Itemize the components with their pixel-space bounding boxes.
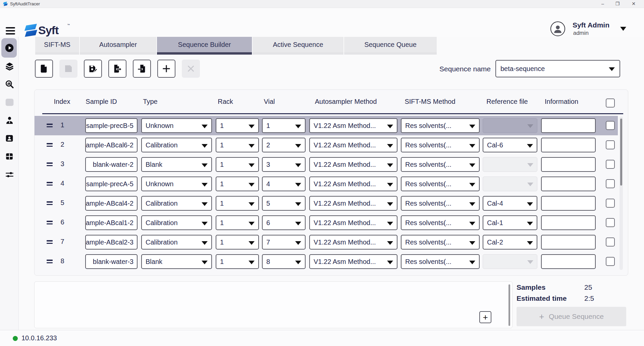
tab-sequence-queue[interactable]: Sequence Queue [344,37,437,55]
row-checkbox[interactable] [606,160,615,169]
drag-handle-icon[interactable] [47,143,53,147]
type-select[interactable]: Calibration [141,138,212,152]
rack-select[interactable]: 1 [216,177,259,191]
row-checkbox[interactable] [606,257,615,266]
siftms-method-select[interactable]: Res solvents(... [401,254,480,269]
sidebar-item-run[interactable] [0,39,19,57]
siftms-method-select[interactable]: Res solvents(... [401,157,480,172]
siftms-method-select[interactable]: Res solvents(... [401,196,480,211]
scrollbar-thumb[interactable] [620,119,622,186]
window-close-button[interactable]: ✕ [628,0,639,8]
import-sequence-button[interactable] [133,60,151,78]
siftms-method-select[interactable]: Res solvents(... [401,118,480,133]
information-input[interactable] [541,196,596,211]
siftms-method-select[interactable]: Res solvents(... [401,235,480,250]
tab-autosampler[interactable]: Autosampler [80,37,156,55]
type-select[interactable]: Blank [141,254,212,269]
vial-select[interactable]: 6 [262,215,306,230]
rack-select[interactable]: 1 [216,157,259,172]
row-checkbox[interactable] [606,218,615,227]
sidebar-item-users[interactable] [0,111,19,129]
hamburger-menu-icon[interactable] [6,27,15,34]
vial-select[interactable]: 2 [262,138,306,152]
drag-handle-icon[interactable] [47,182,53,186]
sample-id-input[interactable]: sample-precB-5 [85,118,138,133]
sidebar-item-contacts[interactable] [0,129,19,147]
row-checkbox[interactable] [606,199,615,208]
information-input[interactable] [541,118,596,133]
drag-handle-icon[interactable] [47,201,53,205]
row-checkbox[interactable] [606,179,615,188]
drag-handle-icon[interactable] [47,240,53,244]
sample-id-input[interactable]: sample-ABcal1-2 [85,215,138,230]
window-maximize-button[interactable]: ❐ [612,0,623,8]
vial-select[interactable]: 5 [262,196,306,211]
drag-handle-icon[interactable] [47,221,53,225]
siftms-method-select[interactable]: Res solvents(... [401,215,480,230]
tab-sift-ms[interactable]: SIFT-MS [35,37,79,55]
sample-id-input[interactable]: blank-water-3 [85,254,138,269]
panel-scrollbar[interactable] [508,284,510,326]
type-select[interactable]: Unknown [141,118,212,133]
panel-add-button[interactable]: + [479,311,491,323]
row-checkbox[interactable] [606,140,615,149]
sample-id-input[interactable]: sample-ABcal2-3 [85,235,138,250]
sidebar-item-settings[interactable] [0,165,19,184]
export-sequence-button[interactable] [108,60,126,78]
information-input[interactable] [541,215,596,230]
new-sequence-button[interactable] [35,60,53,78]
sequence-name-select[interactable]: beta-sequence [495,60,620,77]
autosampler-method-select[interactable]: V1.22 Asm Method... [309,177,397,191]
rack-select[interactable]: 1 [216,118,259,133]
rack-select[interactable]: 1 [216,196,259,211]
table-scrollbar[interactable] [620,117,623,270]
vial-select[interactable]: 3 [262,157,306,172]
type-select[interactable]: Blank [141,157,212,172]
window-minimize-button[interactable]: – [597,0,608,8]
sidebar-item-layers[interactable] [0,57,19,75]
vial-select[interactable]: 8 [262,254,306,269]
rack-select[interactable]: 1 [216,235,259,250]
rack-select[interactable]: 1 [216,215,259,230]
reference-file-select[interactable]: Cal-1 [483,215,537,230]
rack-select[interactable]: 1 [216,254,259,269]
type-select[interactable]: Calibration [141,235,212,250]
information-input[interactable] [541,138,596,152]
vial-select[interactable]: 1 [262,118,306,133]
information-input[interactable] [541,254,596,269]
type-select[interactable]: Calibration [141,196,212,211]
reference-file-select[interactable]: Cal-4 [483,196,537,211]
autosampler-method-select[interactable]: V1.22 Asm Method... [309,118,397,133]
sidebar-item-table[interactable] [0,147,19,165]
reference-file-select[interactable]: Cal-6 [483,138,537,152]
sample-id-input[interactable]: sample-ABcal4-2 [85,196,138,211]
tab-active-sequence[interactable]: Active Sequence [253,37,343,55]
drag-handle-icon[interactable] [47,260,53,264]
information-input[interactable] [541,235,596,250]
vial-select[interactable]: 7 [262,235,306,250]
type-select[interactable]: Calibration [141,215,212,230]
row-checkbox[interactable] [606,121,615,130]
drag-handle-icon[interactable] [47,162,53,166]
tab-sequence-builder[interactable]: Sequence Builder [157,37,252,55]
reference-file-select[interactable]: Cal-2 [483,235,537,250]
sample-id-input[interactable]: sample-precA-5 [85,177,138,191]
drag-handle-icon[interactable] [47,124,53,128]
information-input[interactable] [541,157,596,172]
select-all-checkbox[interactable] [606,98,615,108]
sample-id-input[interactable]: blank-water-2 [85,157,138,172]
sample-id-input[interactable]: sample-ABcal6-2 [85,138,138,152]
autosampler-method-select[interactable]: V1.22 Asm Method... [309,215,397,230]
autosampler-method-select[interactable]: V1.22 Asm Method... [309,196,397,211]
siftms-method-select[interactable]: Res solvents(... [401,177,480,191]
rack-select[interactable]: 1 [216,138,259,152]
autosampler-method-select[interactable]: V1.22 Asm Method... [309,254,397,269]
add-row-button[interactable] [157,60,175,78]
siftms-method-select[interactable]: Res solvents(... [401,138,480,152]
vial-select[interactable]: 4 [262,177,306,191]
autosampler-method-select[interactable]: V1.22 Asm Method... [309,235,397,250]
information-input[interactable] [541,177,596,191]
autosampler-method-select[interactable]: V1.22 Asm Method... [309,138,397,152]
sidebar-item-analysis[interactable] [0,75,19,93]
type-select[interactable]: Unknown [141,177,212,191]
